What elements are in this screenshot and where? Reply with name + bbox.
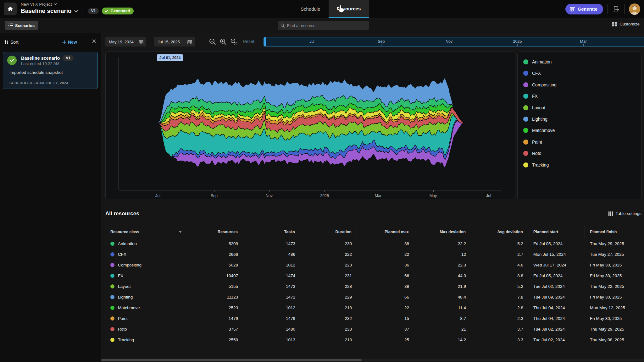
start-date-input[interactable]: May 19, 2024 <box>105 37 146 47</box>
cell-resource-class: Roto <box>105 324 187 334</box>
scenarios-toggle-button[interactable]: Scenarios <box>5 21 38 30</box>
column-header-duration[interactable]: Duration <box>300 226 357 238</box>
table-row-matchmove[interactable]: Matchmove252310122182211.42.8Thu Jul 04,… <box>105 302 641 313</box>
cell-planned-finish: Tue May 27, 2025 <box>585 249 641 260</box>
sort-direction-icon <box>179 231 182 233</box>
cell-planned-start: Thu Jul 04, 2024 <box>528 302 585 313</box>
cell-planned-finish: Fri May 30, 2025 <box>585 270 641 281</box>
cell-planned-start: Thu Jul 04, 2024 <box>528 313 585 324</box>
cell-duration: 218 <box>300 334 357 345</box>
new-scenario-button[interactable]: New <box>62 40 77 45</box>
table-row-animation[interactable]: Animation520914732303822.25.2Fri Jul 05,… <box>105 238 641 249</box>
table-row-tracking[interactable]: Tracking255010132182514.23.3Tue Jul 02, … <box>105 334 641 345</box>
cell-planned-max: 37 <box>357 324 414 334</box>
scenario-switcher[interactable]: Baseline scenario <box>21 8 78 14</box>
scenario-last-edited: Last edited 10:22 AM <box>21 61 59 66</box>
cell-avg-deviation: 4.6 <box>471 260 528 270</box>
cell-planned-max: 22 <box>357 249 414 260</box>
table-title: All resources <box>105 211 139 217</box>
scenario-card[interactable]: Baseline scenario V1 Last edited 10:22 A… <box>3 52 98 89</box>
user-avatar[interactable] <box>629 3 640 15</box>
calendar-icon <box>139 40 143 44</box>
column-header-resources[interactable]: Resources <box>187 226 243 238</box>
timeline-scrubber[interactable]: JulSepNov2025MarMayJul <box>264 37 644 47</box>
horizontal-scrollbar-thumb[interactable] <box>101 359 362 361</box>
customize-button[interactable]: Customize <box>612 22 640 26</box>
panel-resize-handle[interactable]: ········· <box>101 200 644 205</box>
divider <box>624 4 625 14</box>
column-header-max-deviation[interactable]: Max deviation <box>414 226 471 238</box>
generate-icon <box>570 6 575 12</box>
legend-item-fx[interactable]: FX <box>523 94 538 99</box>
cell-max-deviation: 8.7 <box>414 313 471 324</box>
home-button[interactable] <box>4 3 17 15</box>
search-input[interactable] <box>287 23 366 28</box>
project-switcher[interactable]: New VFX Project <box>21 1 134 7</box>
scenario-scheduled-note: SCHEDULED FROM JUL 01, 2024 <box>9 81 68 85</box>
cell-resources: 3757 <box>187 324 243 334</box>
table-row-roto[interactable]: Roto3757148023337213.7Tue Jul 02, 2024Th… <box>105 324 641 334</box>
column-header-resource-class[interactable]: Resource class <box>105 226 187 238</box>
cell-duration: 230 <box>300 238 357 249</box>
column-header-avg-deviation[interactable]: Avg deviation <box>471 226 528 238</box>
column-header-planned-start[interactable]: Planned start <box>528 226 585 238</box>
end-date-input[interactable]: Jul 15, 2025 <box>154 37 195 47</box>
x-axis-tick <box>489 190 489 192</box>
legend-item-matchmove[interactable]: Matchmove <box>523 128 555 133</box>
legend-label: FX <box>532 94 538 99</box>
chevron-down-icon <box>74 10 78 12</box>
sort-control[interactable]: Sort <box>4 40 19 45</box>
legend-item-paint[interactable]: Paint <box>523 140 542 145</box>
table-row-layout[interactable]: Layout515514732283821.95.2Tue Jul 02, 20… <box>105 281 641 292</box>
legend-item-animation[interactable]: Animation <box>523 59 552 64</box>
tab-resources[interactable]: Resources <box>329 0 369 18</box>
legend-item-layout[interactable]: Layout <box>523 105 545 110</box>
table-body: Animation520914732303822.25.2Fri Jul 05,… <box>105 238 641 345</box>
cell-avg-deviation: 3.7 <box>471 324 528 334</box>
cell-planned-max: 22 <box>357 302 414 313</box>
cell-tasks: 1474 <box>243 270 300 281</box>
legend-item-lighting[interactable]: Lighting <box>523 117 547 122</box>
legend-label: Lighting <box>532 117 547 122</box>
cell-planned-max: 66 <box>357 270 414 281</box>
resource-class-color-dot <box>110 274 114 278</box>
date-range-dash: – <box>149 39 151 44</box>
resource-chart-panel[interactable]: Jul 01, 2024 JulSepNov2025MarMayJul <box>105 52 515 199</box>
legend-item-compositing[interactable]: Compositing <box>523 82 557 87</box>
resource-class-color-dot <box>110 338 114 342</box>
legend-label: Layout <box>532 105 545 110</box>
table-row-compositing[interactable]: Compositing502810122233622.34.6Wed Jul 1… <box>105 260 641 270</box>
x-axis-label: Nov <box>266 194 273 198</box>
generate-button[interactable]: Generate <box>565 4 603 14</box>
export-icon[interactable] <box>612 5 620 13</box>
scenarios-sidebar: Sort New ✕ Baseline scenario V1 Last edi… <box>0 33 101 362</box>
table-row-paint[interactable]: Paint14791479232158.72.3Thu Jul 04, 2024… <box>105 313 641 324</box>
table-row-cfx[interactable]: CFX266648622222122.7Mon Jul 15, 2024Tue … <box>105 249 641 260</box>
horizontal-scrollbar-track[interactable] <box>101 359 644 361</box>
cell-tasks: 1479 <box>243 313 300 324</box>
table-row-fx[interactable]: FX1040714742316644.38.8Fri Jul 05, 2024F… <box>105 270 641 281</box>
zoom-out-icon[interactable] <box>209 38 216 46</box>
close-sidebar-icon[interactable]: ✕ <box>90 38 98 45</box>
resource-search[interactable] <box>278 21 369 30</box>
main-tabs: Schedule Resources <box>292 0 369 18</box>
legend-item-roto[interactable]: Roto <box>523 151 541 156</box>
reset-zoom-button[interactable]: Reset <box>243 39 254 44</box>
resource-class-color-dot <box>110 252 114 256</box>
table-row-lighting[interactable]: Lighting1112314722296648.47.8Tue Jul 09,… <box>105 292 641 302</box>
zoom-to-region-icon[interactable] <box>230 38 238 46</box>
legend-label: CFX <box>532 71 541 76</box>
check-icon <box>105 9 108 13</box>
legend-item-cfx[interactable]: CFX <box>523 71 541 76</box>
scenario-card-version-badge: V1 <box>63 55 74 61</box>
zoom-in-icon[interactable] <box>219 38 227 46</box>
column-header-planned-finish[interactable]: Planned finish <box>585 226 641 238</box>
tab-schedule[interactable]: Schedule <box>292 0 329 18</box>
column-header-tasks[interactable]: Tasks <box>243 226 300 238</box>
scrubber-left-handle[interactable] <box>264 37 266 46</box>
legend-item-tracking[interactable]: Tracking <box>523 162 549 167</box>
cell-planned-max: 25 <box>357 334 414 345</box>
table-settings-button[interactable]: Table settings <box>608 211 641 216</box>
cell-max-deviation: 48.4 <box>414 292 471 302</box>
column-header-planned-max[interactable]: Planned max <box>357 226 414 238</box>
